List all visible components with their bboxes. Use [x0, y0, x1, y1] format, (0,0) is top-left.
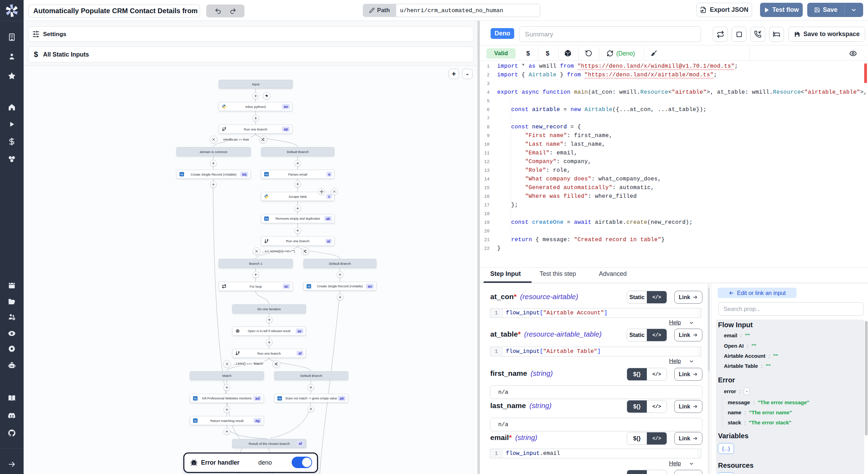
- svg-text:TS: TS: [278, 397, 281, 399]
- svg-text:TS: TS: [265, 173, 268, 176]
- svg-text:TS: TS: [308, 285, 310, 287]
- svg-text:TS: TS: [181, 173, 183, 176]
- svg-text:TS: TS: [265, 218, 268, 220]
- svg-text:TS: TS: [194, 420, 197, 422]
- svg-text:TS: TS: [194, 397, 197, 400]
